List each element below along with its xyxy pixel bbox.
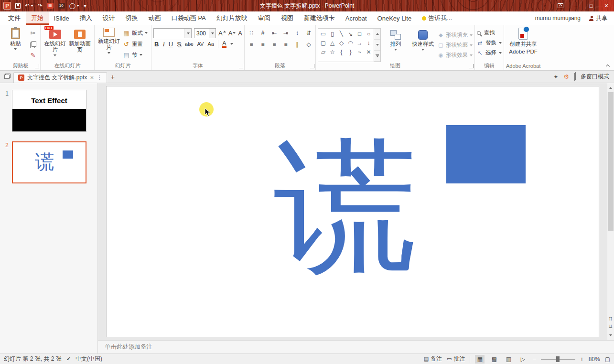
shape-icon[interactable]: } (346, 47, 355, 56)
tab-list-icon[interactable] (0, 71, 13, 83)
shape-icon[interactable]: △ (328, 38, 337, 47)
reading-view-icon[interactable]: ▥ (504, 355, 513, 364)
strikethrough-button[interactable]: abc (185, 42, 194, 47)
font-dialog-launcher[interactable] (239, 64, 243, 68)
tab-menu-icon[interactable]: ⋮ (97, 75, 102, 81)
zoom-level[interactable]: 80% (589, 356, 600, 363)
paste-button[interactable]: 粘贴 (3, 26, 28, 62)
next-slide-icon[interactable]: ⇊ (609, 324, 613, 329)
slide-2-thumbnail[interactable]: 谎 (12, 141, 86, 183)
cut-icon[interactable]: ✂ (28, 28, 38, 38)
close-button[interactable]: ✕ (599, 0, 614, 11)
tab-close-icon[interactable]: ✕ (90, 75, 94, 80)
slide-sorter-view-icon[interactable]: ▩ (489, 355, 499, 364)
paragraph-tool-icon[interactable]: # (258, 29, 268, 37)
shape-icon[interactable]: ○ (364, 29, 373, 38)
shrink-font-button[interactable]: A (228, 30, 236, 37)
scroll-down-icon[interactable] (609, 332, 612, 339)
scrollbar-thumb[interactable] (608, 92, 614, 231)
shape-icon[interactable]: ↓ (364, 38, 373, 47)
ribbon-tab[interactable]: 告诉我... (417, 11, 457, 25)
document-tab[interactable]: P 文字撞色 文字拆解.pptx ✕ ⋮ (13, 72, 107, 83)
ribbon-tab[interactable]: 幻灯片放映 (211, 11, 253, 25)
font-color-button[interactable]: A (222, 40, 226, 48)
paragraph-tool-icon[interactable]: ⇥ (281, 29, 291, 37)
layout-button[interactable]: ▦版式 (121, 28, 149, 38)
paragraph-tool-icon[interactable]: ∷ (247, 29, 256, 37)
paragraph-align-icon[interactable]: ≡ (247, 40, 256, 49)
paragraph-align-icon[interactable]: ◇ (304, 40, 313, 49)
gallery-up-icon[interactable] (374, 29, 380, 40)
comments-toggle[interactable]: ▭批注 (447, 355, 465, 363)
redo-icon[interactable]: ↷ (38, 3, 43, 9)
character-spacing-button[interactable]: AV (197, 42, 204, 47)
create-share-pdf-button[interactable]: 创建并共享 Adobe PDF (506, 26, 540, 62)
find-button[interactable]: 查找 (477, 28, 502, 37)
zoom-out-button[interactable]: − (532, 355, 536, 363)
ribbon-tab[interactable]: 插入 (75, 11, 97, 25)
addin-grid-icon[interactable]: ▦ (47, 3, 54, 9)
addin-ten-icon[interactable]: 10 (58, 3, 65, 9)
ribbon-tab[interactable]: 开始 (26, 11, 49, 25)
ribbon-display-options-icon[interactable] (553, 0, 568, 11)
share-button[interactable]: 共享 (589, 14, 607, 22)
notes-pane[interactable]: 单击此处添加备注 (98, 340, 614, 353)
shape-icon[interactable]: ▢ (319, 38, 328, 47)
slide-1-thumbnail[interactable]: Text Effect (12, 90, 86, 132)
previous-slide-icon[interactable]: ⇈ (609, 317, 613, 321)
undo-icon[interactable]: ↶ (25, 3, 33, 9)
shape-fill-button[interactable]: ◆形状填充 (438, 31, 473, 40)
section-button[interactable]: ▤节 (121, 50, 149, 60)
maximize-button[interactable]: □ (583, 0, 599, 11)
ribbon-tab[interactable]: 审阅 (253, 11, 276, 25)
slide-rectangle-shape[interactable] (446, 125, 526, 183)
arrange-button[interactable]: 排列 (383, 28, 408, 62)
zoom-in-button[interactable]: + (580, 355, 584, 363)
reset-button[interactable]: ↺重置 (121, 39, 149, 49)
ribbon-tab[interactable]: Acrobat (340, 11, 372, 25)
slide-work-area[interactable]: 谎 (98, 83, 607, 340)
powerpoint-icon[interactable]: P (3, 2, 11, 10)
ribbon-tab[interactable]: 设计 (97, 11, 120, 25)
plugin-icon[interactable]: ✦ (553, 74, 558, 80)
settings-gear-icon[interactable]: ⚙ (563, 73, 569, 80)
replace-button[interactable]: ⇄替换 (477, 38, 502, 47)
collapse-ribbon-icon[interactable] (606, 64, 610, 68)
fit-to-window-icon[interactable]: ▢ (605, 356, 610, 363)
paragraph-align-icon[interactable]: ≡ (258, 40, 268, 49)
paragraph-tool-icon[interactable]: ↕ (292, 29, 302, 37)
ribbon-tab[interactable]: OneKey Lite (372, 11, 417, 25)
zoom-slider-thumb[interactable] (556, 356, 560, 362)
slide-text[interactable]: 谎 (274, 134, 417, 278)
multi-window-icon[interactable] (574, 74, 575, 80)
shape-icon[interactable]: ☆ (328, 47, 337, 56)
grow-font-button[interactable]: A (218, 30, 226, 37)
online-slides-button[interactable]: HOT 在线幻灯片 (43, 26, 67, 62)
font-name-caret[interactable] (184, 29, 191, 38)
font-color-caret[interactable] (230, 43, 233, 45)
shape-icon[interactable]: ◠ (346, 38, 355, 47)
scroll-up-icon[interactable] (609, 85, 612, 91)
ribbon-tab[interactable]: iSlide (49, 11, 75, 25)
underline-button[interactable]: U (169, 41, 173, 47)
text-shadow-button[interactable]: S (177, 41, 181, 47)
paragraph-align-icon[interactable]: ∥ (292, 40, 302, 49)
vertical-scrollbar[interactable]: ⇈ ⇊ (607, 83, 614, 340)
gallery-down-icon[interactable] (374, 40, 380, 51)
account-name[interactable]: mumu mumujiang (535, 15, 581, 21)
language-indicator[interactable]: 中文(中国) (75, 355, 102, 363)
quick-styles-button[interactable]: 快速样式 (410, 28, 435, 62)
ribbon-tab[interactable]: 文件 (3, 11, 26, 25)
normal-view-icon[interactable]: ▦ (475, 355, 485, 364)
shape-icon[interactable]: → (355, 38, 364, 47)
font-size-combo[interactable]: 300 (194, 28, 216, 38)
ribbon-tab[interactable]: 口袋动画 PA (166, 11, 211, 25)
new-animation-page-button[interactable]: 新加动画页 (67, 26, 92, 62)
paragraph-align-icon[interactable]: ≡ (269, 40, 279, 49)
italic-button[interactable]: I (162, 41, 164, 47)
shape-icon[interactable]: { (337, 47, 346, 56)
shape-icon[interactable]: ✕ (364, 47, 373, 56)
shape-icon[interactable]: ▱ (319, 47, 328, 56)
minimize-button[interactable]: ─ (568, 0, 583, 11)
copy-icon[interactable] (28, 39, 38, 49)
